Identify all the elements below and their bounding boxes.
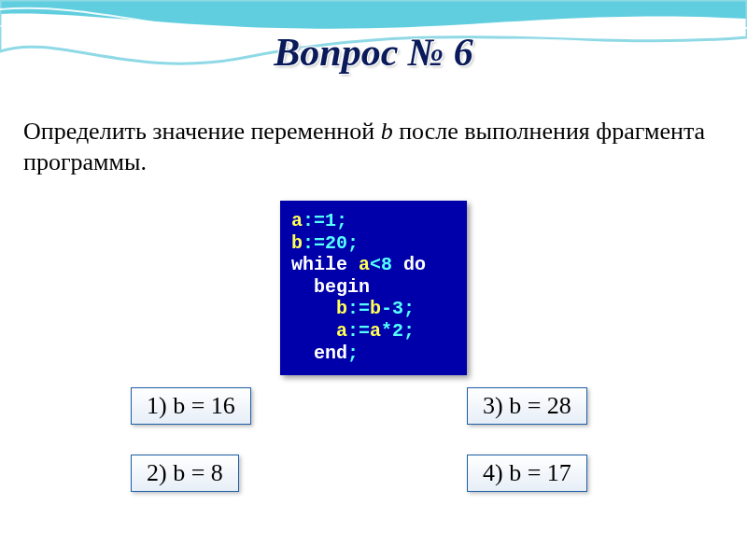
code-token: 1 <box>325 210 336 231</box>
code-token: ; <box>336 210 347 231</box>
code-token: a <box>359 254 370 275</box>
answer-option-2[interactable]: 2) b = 8 <box>131 455 239 492</box>
code-token: ; <box>403 320 415 342</box>
answer-option-4[interactable]: 4) b = 17 <box>467 455 587 492</box>
code-token: ; <box>347 343 359 364</box>
code-token: b <box>370 298 381 319</box>
code-token: - <box>381 298 392 319</box>
code-token: < <box>370 254 381 275</box>
code-token: ; <box>347 232 359 254</box>
code-token: end <box>314 343 347 364</box>
code-token: 3 <box>392 298 403 319</box>
code-token: b <box>336 298 347 319</box>
code-token: while <box>291 254 347 275</box>
code-token: ; <box>403 298 415 319</box>
slide-title: Вопрос № 6 <box>0 30 747 75</box>
code-token: := <box>347 298 370 319</box>
question-prefix: Определить значение переменной <box>23 118 381 145</box>
code-token: a <box>291 210 303 231</box>
code-token: 2 <box>392 320 403 342</box>
code-token: 8 <box>381 254 392 275</box>
code-snippet: a:=1; b:=20; while a<8 do begin b:=b-3; … <box>280 201 467 375</box>
question-variable: b <box>381 118 393 145</box>
code-token: := <box>347 320 370 342</box>
code-token: * <box>381 320 392 342</box>
question-text: Определить значение переменной b после в… <box>23 117 724 177</box>
code-token: a <box>370 320 381 342</box>
code-token: begin <box>314 276 370 298</box>
answer-option-3[interactable]: 3) b = 28 <box>467 387 587 425</box>
code-token: := <box>303 232 325 254</box>
answer-option-1[interactable]: 1) b = 16 <box>131 387 251 425</box>
code-token: 20 <box>325 232 347 254</box>
code-token: b <box>291 232 303 254</box>
code-token: := <box>303 210 325 231</box>
code-token: do <box>403 254 426 275</box>
code-token: a <box>336 320 347 342</box>
